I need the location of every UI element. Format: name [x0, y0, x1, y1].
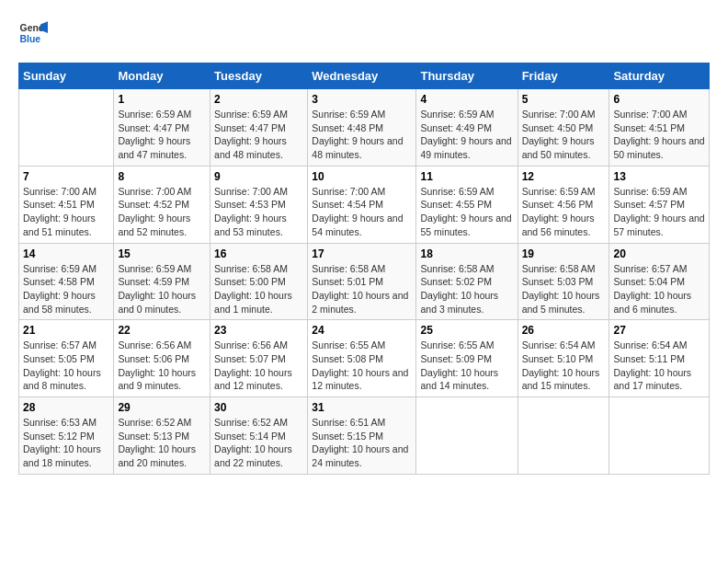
calendar-cell: 20Sunrise: 6:57 AMSunset: 5:04 PMDayligh…: [609, 243, 710, 320]
day-number: 27: [613, 324, 705, 337]
calendar-cell: [19, 89, 114, 167]
day-number: 28: [23, 401, 109, 414]
calendar-cell: 18Sunrise: 6:58 AMSunset: 5:02 PMDayligh…: [416, 243, 518, 320]
calendar-cell: 21Sunrise: 6:57 AMSunset: 5:05 PMDayligh…: [19, 320, 114, 397]
day-number: 30: [214, 401, 303, 414]
day-number: 6: [613, 93, 705, 106]
day-number: 17: [312, 247, 412, 260]
day-number: 16: [214, 247, 303, 260]
calendar-cell: 30Sunrise: 6:52 AMSunset: 5:14 PMDayligh…: [210, 397, 308, 475]
header-monday: Monday: [114, 63, 210, 89]
day-info: Sunrise: 6:52 AMSunset: 5:13 PMDaylight:…: [118, 416, 206, 470]
header-tuesday: Tuesday: [210, 63, 308, 89]
day-number: 7: [23, 170, 109, 183]
calendar-cell: 22Sunrise: 6:56 AMSunset: 5:06 PMDayligh…: [114, 320, 210, 397]
day-number: 24: [312, 324, 412, 337]
calendar-cell: [416, 397, 518, 475]
calendar-cell: 1Sunrise: 6:59 AMSunset: 4:47 PMDaylight…: [114, 89, 210, 167]
calendar-cell: 27Sunrise: 6:54 AMSunset: 5:11 PMDayligh…: [609, 320, 710, 397]
day-number: 14: [23, 247, 109, 260]
header-sunday: Sunday: [19, 63, 114, 89]
day-number: 25: [420, 324, 513, 337]
header-friday: Friday: [518, 63, 609, 89]
calendar-cell: 5Sunrise: 7:00 AMSunset: 4:50 PMDaylight…: [518, 89, 609, 167]
calendar-cell: 11Sunrise: 6:59 AMSunset: 4:55 PMDayligh…: [416, 166, 518, 243]
day-number: 9: [214, 170, 303, 183]
calendar-cell: 24Sunrise: 6:55 AMSunset: 5:08 PMDayligh…: [308, 320, 416, 397]
calendar-cell: 6Sunrise: 7:00 AMSunset: 4:51 PMDaylight…: [609, 89, 710, 167]
day-number: 10: [312, 170, 412, 183]
day-info: Sunrise: 6:54 AMSunset: 5:10 PMDaylight:…: [522, 339, 606, 393]
calendar-cell: 25Sunrise: 6:55 AMSunset: 5:09 PMDayligh…: [416, 320, 518, 397]
day-number: 21: [23, 324, 109, 337]
week-row-3: 14Sunrise: 6:59 AMSunset: 4:58 PMDayligh…: [19, 243, 710, 320]
calendar-table: SundayMondayTuesdayWednesdayThursdayFrid…: [18, 63, 710, 475]
calendar-cell: 26Sunrise: 6:54 AMSunset: 5:10 PMDayligh…: [518, 320, 609, 397]
day-number: 8: [118, 170, 206, 183]
header-wednesday: Wednesday: [308, 63, 416, 89]
calendar-cell: 29Sunrise: 6:52 AMSunset: 5:13 PMDayligh…: [114, 397, 210, 475]
day-info: Sunrise: 6:57 AMSunset: 5:04 PMDaylight:…: [613, 262, 705, 316]
calendar-cell: 16Sunrise: 6:58 AMSunset: 5:00 PMDayligh…: [210, 243, 308, 320]
day-number: 18: [420, 247, 513, 260]
day-info: Sunrise: 6:51 AMSunset: 5:15 PMDaylight:…: [312, 416, 412, 470]
week-row-4: 21Sunrise: 6:57 AMSunset: 5:05 PMDayligh…: [19, 320, 710, 397]
calendar-cell: [609, 397, 710, 475]
calendar-cell: 17Sunrise: 6:58 AMSunset: 5:01 PMDayligh…: [308, 243, 416, 320]
day-info: Sunrise: 6:59 AMSunset: 4:56 PMDaylight:…: [522, 185, 606, 239]
day-info: Sunrise: 6:56 AMSunset: 5:07 PMDaylight:…: [214, 339, 303, 393]
day-number: 4: [420, 93, 513, 106]
day-info: Sunrise: 6:56 AMSunset: 5:06 PMDaylight:…: [118, 339, 206, 393]
day-number: 20: [613, 247, 705, 260]
day-info: Sunrise: 7:00 AMSunset: 4:52 PMDaylight:…: [118, 185, 206, 239]
day-info: Sunrise: 6:59 AMSunset: 4:47 PMDaylight:…: [118, 108, 206, 162]
calendar-cell: 12Sunrise: 6:59 AMSunset: 4:56 PMDayligh…: [518, 166, 609, 243]
calendar-cell: 28Sunrise: 6:53 AMSunset: 5:12 PMDayligh…: [19, 397, 114, 475]
day-number: 2: [214, 93, 303, 106]
day-number: 26: [522, 324, 606, 337]
calendar-cell: 14Sunrise: 6:59 AMSunset: 4:58 PMDayligh…: [19, 243, 114, 320]
day-number: 1: [118, 93, 206, 106]
day-info: Sunrise: 6:58 AMSunset: 5:00 PMDaylight:…: [214, 262, 303, 316]
day-info: Sunrise: 6:59 AMSunset: 4:55 PMDaylight:…: [420, 185, 513, 239]
calendar-cell: 3Sunrise: 6:59 AMSunset: 4:48 PMDaylight…: [308, 89, 416, 167]
calendar-cell: 2Sunrise: 6:59 AMSunset: 4:47 PMDaylight…: [210, 89, 308, 167]
day-number: 11: [420, 170, 513, 183]
day-info: Sunrise: 7:00 AMSunset: 4:50 PMDaylight:…: [522, 108, 606, 162]
header-saturday: Saturday: [609, 63, 710, 89]
day-info: Sunrise: 6:59 AMSunset: 4:59 PMDaylight:…: [118, 262, 206, 316]
day-info: Sunrise: 6:55 AMSunset: 5:09 PMDaylight:…: [420, 339, 513, 393]
day-info: Sunrise: 6:59 AMSunset: 4:49 PMDaylight:…: [420, 108, 513, 162]
logo: General Blue: [18, 18, 48, 48]
calendar-cell: 19Sunrise: 6:58 AMSunset: 5:03 PMDayligh…: [518, 243, 609, 320]
logo-icon: General Blue: [18, 18, 48, 48]
day-info: Sunrise: 7:00 AMSunset: 4:51 PMDaylight:…: [23, 185, 109, 239]
day-info: Sunrise: 6:58 AMSunset: 5:02 PMDaylight:…: [420, 262, 513, 316]
day-info: Sunrise: 7:00 AMSunset: 4:53 PMDaylight:…: [214, 185, 303, 239]
day-number: 29: [118, 401, 206, 414]
day-number: 31: [312, 401, 412, 414]
calendar-cell: 7Sunrise: 7:00 AMSunset: 4:51 PMDaylight…: [19, 166, 114, 243]
calendar-cell: 8Sunrise: 7:00 AMSunset: 4:52 PMDaylight…: [114, 166, 210, 243]
day-number: 5: [522, 93, 606, 106]
week-row-2: 7Sunrise: 7:00 AMSunset: 4:51 PMDaylight…: [19, 166, 710, 243]
calendar-cell: 15Sunrise: 6:59 AMSunset: 4:59 PMDayligh…: [114, 243, 210, 320]
day-info: Sunrise: 7:00 AMSunset: 4:54 PMDaylight:…: [312, 185, 412, 239]
calendar-cell: 13Sunrise: 6:59 AMSunset: 4:57 PMDayligh…: [609, 166, 710, 243]
calendar-cell: 9Sunrise: 7:00 AMSunset: 4:53 PMDaylight…: [210, 166, 308, 243]
day-info: Sunrise: 6:58 AMSunset: 5:01 PMDaylight:…: [312, 262, 412, 316]
day-number: 13: [613, 170, 705, 183]
day-info: Sunrise: 6:59 AMSunset: 4:47 PMDaylight:…: [214, 108, 303, 162]
day-info: Sunrise: 6:59 AMSunset: 4:58 PMDaylight:…: [23, 262, 109, 316]
day-info: Sunrise: 6:55 AMSunset: 5:08 PMDaylight:…: [312, 339, 412, 393]
calendar-cell: 31Sunrise: 6:51 AMSunset: 5:15 PMDayligh…: [308, 397, 416, 475]
day-info: Sunrise: 6:58 AMSunset: 5:03 PMDaylight:…: [522, 262, 606, 316]
day-number: 15: [118, 247, 206, 260]
day-number: 19: [522, 247, 606, 260]
calendar-cell: 23Sunrise: 6:56 AMSunset: 5:07 PMDayligh…: [210, 320, 308, 397]
page-header: General Blue: [18, 18, 710, 48]
day-number: 23: [214, 324, 303, 337]
day-info: Sunrise: 6:59 AMSunset: 4:48 PMDaylight:…: [312, 108, 412, 162]
day-number: 22: [118, 324, 206, 337]
day-info: Sunrise: 6:54 AMSunset: 5:11 PMDaylight:…: [613, 339, 705, 393]
